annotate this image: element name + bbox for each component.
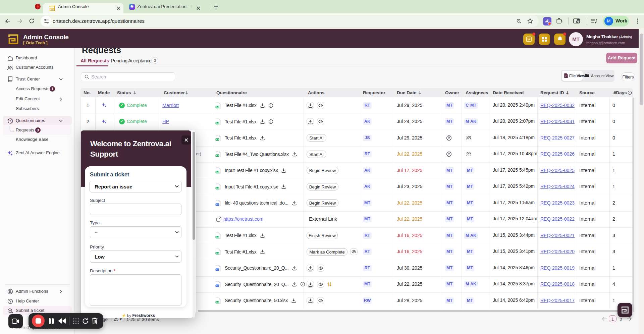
svg-text:XLS: XLS xyxy=(216,122,219,124)
svg-text:DOC: DOC xyxy=(216,269,219,270)
svg-text:DOC: DOC xyxy=(216,285,219,287)
svg-text:XLS: XLS xyxy=(216,155,219,157)
svg-text:DOC: DOC xyxy=(216,204,219,205)
svg-text:XLS: XLS xyxy=(216,253,219,254)
svg-text:?: ? xyxy=(9,119,11,122)
svg-text:XLS: XLS xyxy=(216,236,219,238)
svg-text:XLS: XLS xyxy=(216,138,219,140)
svg-text:XLS: XLS xyxy=(216,301,219,303)
svg-text:XLS: XLS xyxy=(216,171,219,173)
svg-text:XLS: XLS xyxy=(216,187,219,189)
svg-text:XLS: XLS xyxy=(216,106,219,108)
